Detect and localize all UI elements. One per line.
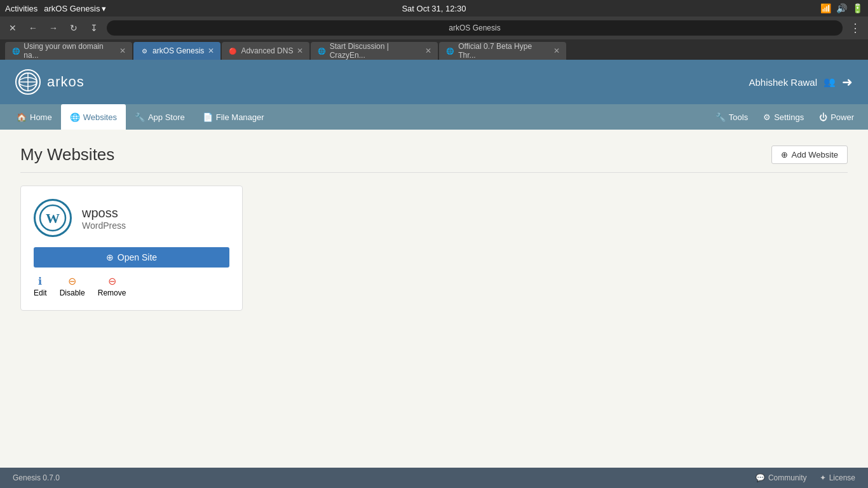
svg-text:W: W [46, 210, 60, 226]
license-icon: ✦ [820, 473, 826, 482]
website-actions: ℹ Edit ⊖ Disable ⊖ Remove [34, 275, 229, 297]
tab-arkos-genesis[interactable]: ⚙ arkOS Genesis ✕ [133, 42, 220, 60]
nav-settings[interactable]: ⚙ Settings [757, 110, 810, 125]
websites-grid: W wposs WordPress ⊕ Open Site ℹ Edit ⊖ [20, 186, 848, 311]
tab-close-4[interactable]: ✕ [553, 46, 560, 55]
website-info: wposs WordPress [82, 206, 126, 231]
tab-favicon-3: 🌐 [317, 46, 325, 55]
back-button[interactable]: ← [25, 20, 41, 36]
tab-advanced-dns[interactable]: 🔴 Advanced DNS ✕ [222, 42, 309, 60]
arkos-header: arkos Abhishek Rawal 👥 ➜ [0, 60, 868, 104]
edit-icon: ℹ [38, 275, 42, 287]
website-card-wposs: W wposs WordPress ⊕ Open Site ℹ Edit ⊖ [20, 186, 243, 311]
arkos-logo-text: arkos [47, 74, 85, 90]
home-icon: 🏠 [17, 112, 27, 122]
tab-using-your-own-domain[interactable]: 🌐 Using your own domain na... ✕ [5, 42, 132, 60]
nav-power-label: Power [831, 112, 854, 122]
wordpress-logo-svg: W [39, 204, 67, 232]
footer: Genesis 0.7.0 💬 Community ✦ License [0, 468, 868, 488]
open-site-label: Open Site [118, 252, 157, 262]
tab-start-discussion[interactable]: 🌐 Start Discussion | CrazyEn... ✕ [311, 42, 438, 60]
tab-close-2[interactable]: ✕ [297, 46, 303, 55]
tab-label-1: arkOS Genesis [153, 46, 204, 55]
community-icon: 💬 [756, 473, 765, 482]
website-card-header: W wposs WordPress [34, 199, 229, 237]
tab-close-0[interactable]: ✕ [119, 46, 126, 55]
disable-action[interactable]: ⊖ Disable [60, 275, 85, 297]
tools-icon: 🔧 [715, 112, 726, 122]
address-bar[interactable] [107, 20, 843, 36]
arkos-logo: arkos [15, 69, 85, 95]
tab-close-1[interactable]: ✕ [208, 46, 214, 55]
nav-settings-label: Settings [774, 112, 804, 122]
arkos-logo-svg [18, 72, 38, 92]
forward-button[interactable]: → [46, 20, 61, 36]
web-menu[interactable]: arkOS Genesis ▾ [44, 4, 106, 13]
remove-action[interactable]: ⊖ Remove [98, 275, 126, 297]
username-label: Abhishek Rawal [749, 77, 817, 88]
reload-button[interactable]: ↻ [66, 20, 81, 36]
page-title: My Websites [20, 145, 114, 165]
edit-label: Edit [34, 288, 47, 297]
tab-label-4: Official 0.7 Beta Hype Thr... [458, 42, 550, 60]
nav-power[interactable]: ⏻ Power [813, 110, 860, 125]
users-icon[interactable]: 👥 [824, 76, 836, 88]
website-name: wposs [82, 206, 126, 220]
community-link[interactable]: 💬 Community [756, 473, 807, 482]
browser-chrome: ✕ ← → ↻ ↧ ⋮ [0, 17, 868, 39]
websites-icon: 🌐 [70, 112, 80, 122]
tab-favicon-4: 🌐 [445, 46, 454, 55]
remove-label: Remove [98, 288, 126, 297]
disable-icon: ⊖ [68, 275, 76, 287]
remove-icon: ⊖ [108, 275, 116, 287]
tab-close-3[interactable]: ✕ [425, 46, 431, 55]
settings-icon: ⚙ [763, 112, 771, 122]
community-label: Community [768, 473, 807, 482]
main-content: My Websites ⊕ Add Website W wposs WordPr… [0, 130, 868, 468]
datetime: Sat Oct 31, 12:30 [402, 4, 466, 13]
page-header: My Websites ⊕ Add Website [20, 145, 848, 173]
edit-action[interactable]: ℹ Edit [34, 275, 47, 297]
power-icon: ⏻ [819, 112, 827, 122]
nav-appstore-label: App Store [148, 112, 185, 122]
tab-official-beta[interactable]: 🌐 Official 0.7 Beta Hype Thr... ✕ [439, 42, 566, 60]
tab-label-3: Start Discussion | CrazyEn... [330, 42, 422, 60]
disable-label: Disable [60, 288, 85, 297]
add-website-button[interactable]: ⊕ Add Website [771, 146, 848, 164]
open-site-button[interactable]: ⊕ Open Site [34, 247, 229, 268]
add-website-icon: ⊕ [781, 150, 788, 159]
system-bar: Activities arkOS Genesis ▾ Sat Oct 31, 1… [0, 0, 868, 17]
web-menu-label: arkOS Genesis [44, 4, 100, 13]
nav-filemanager[interactable]: 📄 File Manager [194, 104, 273, 130]
nav-tools-label: Tools [729, 112, 748, 122]
volume-icon: 🔊 [836, 3, 847, 13]
open-site-icon: ⊕ [106, 252, 114, 262]
activities-button[interactable]: Activities [5, 4, 37, 13]
arkos-user-info: Abhishek Rawal 👥 ➜ [749, 74, 853, 90]
nav-websites[interactable]: 🌐 Websites [61, 104, 126, 130]
website-type: WordPress [82, 220, 126, 231]
tab-label-2: Advanced DNS [241, 46, 293, 55]
tab-favicon-0: 🌐 [11, 46, 20, 55]
logout-icon[interactable]: ➜ [842, 74, 853, 90]
tab-favicon-1: ⚙ [140, 46, 149, 55]
tab-favicon-2: 🔴 [228, 46, 237, 55]
screenshot-button[interactable]: ↧ [86, 20, 102, 36]
arkos-nav-right: 🔧 Tools ⚙ Settings ⏻ Power [709, 110, 860, 125]
nav-tools[interactable]: 🔧 Tools [709, 110, 754, 125]
filemanager-icon: 📄 [203, 112, 213, 122]
tabs-bar: 🌐 Using your own domain na... ✕ ⚙ arkOS … [0, 39, 868, 60]
tab-label-0: Using your own domain na... [24, 42, 116, 60]
wordpress-logo: W [34, 199, 72, 237]
nav-home[interactable]: 🏠 Home [8, 104, 61, 130]
nav-appstore[interactable]: 🔧 App Store [126, 104, 194, 130]
arkos-nav-left: 🏠 Home 🌐 Websites 🔧 App Store 📄 File Man… [8, 104, 273, 130]
nav-filemanager-label: File Manager [216, 112, 264, 122]
arkos-logo-icon [15, 69, 41, 95]
add-website-label: Add Website [792, 150, 838, 159]
appstore-icon: 🔧 [135, 112, 145, 122]
license-link[interactable]: ✦ License [820, 473, 855, 482]
license-label: License [829, 473, 855, 482]
close-tab-button[interactable]: ✕ [5, 20, 20, 36]
browser-menu-button[interactable]: ⋮ [848, 20, 863, 36]
